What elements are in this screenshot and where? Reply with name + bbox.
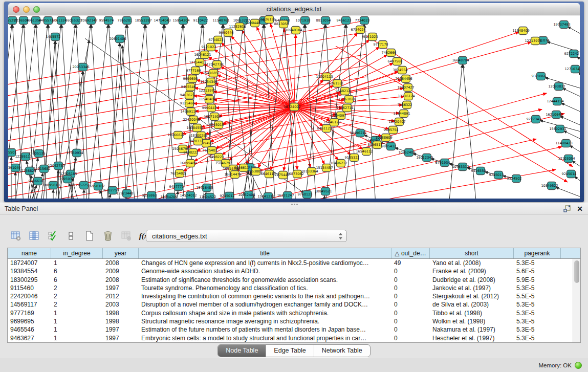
table-scrollbar-thumb[interactable] [574,260,579,283]
column-header-out_de[interactable]: △ out_de… [391,248,430,258]
graph-node-teal[interactable]: 12093832 [548,83,565,91]
graph-node-teal[interactable]: 10463312 [452,163,469,171]
graph-node-teal[interactable]: 12710343 [564,65,580,73]
table-options-icon[interactable] [10,230,21,242]
table-select-dropdown[interactable]: citations_edges.txt [146,230,347,242]
graph-node-yellow[interactable]: 12161021 [338,96,355,103]
tab-node-table[interactable]: Node Table [218,345,266,357]
graph-node-teal[interactable]: 15841212 [257,193,274,199]
graph-node-yellow[interactable]: 8461123 [317,125,332,133]
graph-node-yellow[interactable]: 11254349 [200,78,217,86]
panel-splitter-handle[interactable] [290,204,299,206]
graph-node-teal[interactable]: 9524502 [507,175,522,183]
graph-node-teal[interactable]: 7734023 [355,17,370,25]
graph-node-yellow[interactable]: 9699695 [183,75,198,83]
graph-node-teal[interactable]: 9272242 [564,50,579,58]
graph-node-teal[interactable]: 9245014 [562,170,577,178]
delete-rows-icon[interactable] [102,230,114,242]
graph-node-teal[interactable]: 9594574 [99,17,114,25]
graph-node-yellow[interactable]: 7486322 [398,101,412,109]
graph-node-teal[interactable]: 9120422 [193,17,208,25]
graph-node-yellow[interactable]: 9185322 [345,154,360,162]
graph-node-yellow[interactable]: 10071919 [204,113,221,121]
graph-node-teal[interactable]: 9329966 [532,73,547,80]
column-header-pagerank[interactable]: pagerank [514,248,561,258]
graph-node-yellow[interactable]: 9990446 [219,29,234,37]
graph-node-teal[interactable]: 12103054 [558,155,575,163]
graph-node-teal[interactable]: 20692147 [80,17,97,25]
graph-node-teal[interactable]: 7865201 [118,17,133,25]
graph-node-yellow[interactable]: 6734024 [351,26,366,34]
graph-node-teal[interactable]: 8813054 [316,17,331,25]
graph-node-teal[interactable]: 10952404 [238,191,255,199]
tab-edge-table[interactable]: Edge Table [266,345,313,357]
graph-node-yellow[interactable]: 22420046 [183,116,200,124]
graph-node-yellow[interactable]: 9463627 [180,92,195,99]
graph-node-teal[interactable]: 15954204 [172,17,189,25]
graph-node-teal[interactable]: 10784209 [160,193,177,199]
new-table-icon[interactable] [84,230,95,242]
graph-node-yellow[interactable]: 15134457 [316,164,333,172]
graph-node-yellow[interactable]: 12213977 [199,87,215,95]
rows-icon[interactable] [66,230,77,242]
table-row[interactable]: 946554611997Estimation of the future num… [8,325,580,334]
graph-node-teal[interactable]: 19737493 [553,21,570,29]
graph-node-teal[interactable]: 9255863 [142,192,157,199]
graph-node-teal[interactable]: 20691406 [109,35,126,43]
graph-node-yellow[interactable]: 15416851 [203,70,220,77]
table-row[interactable]: 1830029562008Estimation of significance … [8,276,580,284]
table-row[interactable]: 946362711997Embryonic stem cells: a mode… [8,334,580,342]
graph-node-yellow[interactable]: 11544091 [393,110,410,118]
graph-node-yellow[interactable]: 13216124 [398,93,415,100]
graph-node-teal[interactable]: 20053346 [72,63,89,71]
graph-node-yellow[interactable]: 9465546 [181,83,196,91]
graph-node-yellow[interactable]: 9777169 [186,67,201,75]
graph-node-yellow[interactable]: 7625402 [170,170,185,178]
column-header-in_degree[interactable]: in_degree [51,248,103,258]
graph-node-teal[interactable]: 1071918 [296,17,311,25]
table-row[interactable]: 969969511998Structural magnetic resonanc… [8,317,580,325]
graph-node-yellow[interactable]: 7462666 [382,49,397,57]
graph-node-teal[interactable]: 17359934 [66,149,83,157]
column-header-name[interactable]: name [8,248,51,258]
graph-node-yellow[interactable]: 9115460 [180,100,195,107]
graph-node-yellow[interactable]: 20364456 [395,75,412,83]
table-row[interactable]: 977716911998Corpus callosum shape and si… [8,309,580,317]
table-row[interactable]: 1456911722003Disruption of a novel membe… [8,300,580,309]
graph-node-teal[interactable]: 12444154 [547,98,563,105]
graph-node-yellow[interactable]: 9495754 [384,126,399,134]
table-row[interactable]: 1872400712008Changes of HCN gene express… [8,259,580,267]
graph-node-teal[interactable]: 11498423 [555,140,572,147]
graph-node-yellow[interactable]: 12213978 [525,37,541,45]
graph-node-teal[interactable]: 16012345 [416,154,433,162]
table-row[interactable]: 1938455462009Genome-wide association stu… [8,267,580,275]
graph-node-yellow[interactable]: 10949104 [285,27,302,34]
graph-node-yellow[interactable]: 14569117 [180,108,197,116]
graph-node-teal[interactable]: 10849522 [541,182,558,190]
network-window-titlebar[interactable]: citations_edges.txt [8,3,580,15]
graph-node-teal[interactable]: 8405572 [39,17,54,25]
graph-node-teal[interactable]: 10095810 [42,182,59,189]
close-panel-icon[interactable]: ✕ [577,205,583,212]
graph-node-teal[interactable]: 9245013 [489,171,504,179]
graph-node-yellow[interactable]: 6734023 [209,36,224,44]
graph-node-teal[interactable]: 9456123 [337,17,352,25]
select-columns-icon[interactable] [29,230,40,242]
graph-node-yellow[interactable]: 9121022 [202,43,216,51]
table-scrollbar[interactable] [573,259,580,342]
table-row[interactable]: 911546021997Tourette syndrome. Phenomeno… [8,284,580,292]
graph-node-yellow[interactable]: 7625403 [203,147,217,155]
graph-node-teal[interactable]: 10553287 [135,17,151,25]
graph-node-yellow[interactable]: 9990447 [202,104,217,112]
graph-node-teal[interactable]: 16055327 [65,17,82,25]
table-row[interactable]: 2242004622012Investigating the contribut… [8,292,580,300]
graph-node-teal[interactable]: 15692931 [549,125,566,133]
column-header-short[interactable]: short [430,248,514,258]
graph-node-teal[interactable]: 14714043 [154,17,170,25]
graph-node-teal[interactable]: 11548761 [212,17,229,25]
graph-node-yellow[interactable]: 12754411 [189,59,206,67]
graph-node-teal[interactable]: 9245012 [220,192,235,199]
select-all-rows-icon[interactable] [47,230,58,242]
graph-node-yellow[interactable]: 16046121 [194,51,211,59]
graph-node-teal[interactable]: 6061324 [52,17,67,25]
